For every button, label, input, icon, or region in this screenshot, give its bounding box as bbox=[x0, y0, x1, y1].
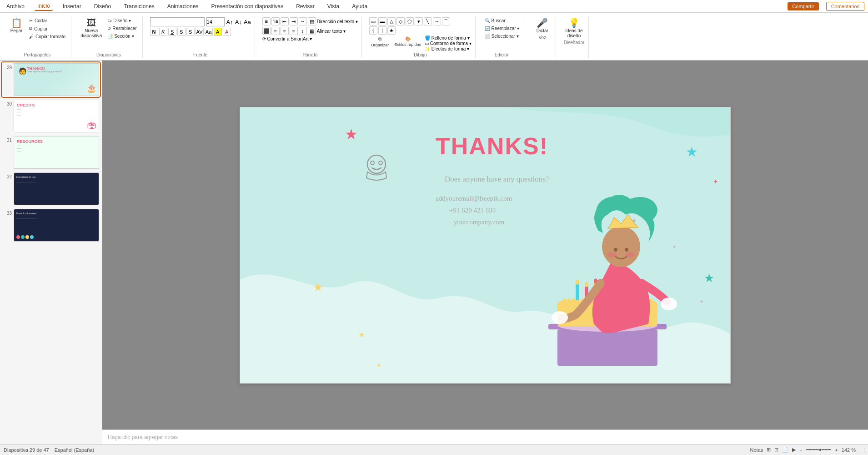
shape-more[interactable]: ▾ bbox=[415, 17, 423, 25]
shape-star[interactable]: ★ bbox=[387, 26, 396, 35]
font-color-button[interactable]: A bbox=[223, 28, 231, 36]
menu-archivo[interactable]: Archivo bbox=[4, 2, 27, 10]
strikethrough-button[interactable]: S bbox=[177, 28, 186, 36]
zoom-out-button[interactable]: − bbox=[799, 447, 802, 453]
notes-bar[interactable]: Haga clic para agregar notas bbox=[102, 430, 868, 444]
align-right-button[interactable]: ≡ bbox=[281, 27, 289, 35]
slide-thumb-32[interactable]: 32 Instructions for use ________________… bbox=[2, 172, 100, 206]
share-button[interactable]: Compartir bbox=[788, 2, 818, 10]
left-to-right-button[interactable]: ↔ bbox=[299, 17, 307, 25]
shadow-button[interactable]: S bbox=[186, 28, 195, 36]
slide-question: Does anyone have any questions? bbox=[445, 175, 549, 184]
numbering-button[interactable]: 1≡ bbox=[271, 17, 280, 25]
outline-button[interactable]: ▭ Contorno de forma ▾ bbox=[425, 41, 472, 46]
shape-pentagon[interactable]: ⬠ bbox=[406, 17, 414, 25]
copy-button[interactable]: ⧉ Copiar bbox=[27, 25, 67, 32]
copy-format-button[interactable]: 🖌 Copiar formato bbox=[27, 33, 67, 40]
svg-point-22 bbox=[602, 226, 640, 267]
increase-indent-button[interactable]: ⇥ bbox=[290, 17, 298, 25]
section-button[interactable]: 📑 Sección ▾ bbox=[105, 33, 138, 40]
slide-thumb-33[interactable]: 33 Fonts & colors used _________________… bbox=[2, 208, 100, 243]
fill-button[interactable]: 🪣 Relleno de forma ▾ bbox=[425, 35, 472, 40]
decrease-font-button[interactable]: A↓ bbox=[235, 19, 242, 25]
font-family-input[interactable] bbox=[150, 17, 205, 26]
slide-sorter-button[interactable]: ⊡ bbox=[774, 447, 778, 453]
slide-thumb-30[interactable]: 30 CREDITS ____________ 🏟 bbox=[2, 99, 100, 133]
design-ideas-button[interactable]: 💡 Ideas dediseño bbox=[563, 17, 584, 39]
menu-revisar[interactable]: Revisar bbox=[293, 2, 317, 10]
effects-button[interactable]: ✨ Efectos de forma ▾ bbox=[425, 46, 472, 51]
menu-ayuda[interactable]: Ayuda bbox=[349, 2, 370, 10]
justify-button[interactable]: ≡ bbox=[290, 27, 298, 35]
menu-insertar[interactable]: Insertar bbox=[60, 2, 84, 10]
shape-bracket[interactable]: [ bbox=[378, 26, 386, 35]
shape-curve[interactable]: ⌒ bbox=[442, 17, 450, 25]
dictate-button[interactable]: 🎤 Dictar bbox=[533, 17, 552, 34]
menu-diseno[interactable]: Diseño bbox=[91, 2, 114, 10]
text-direction-button[interactable]: Dirección del texto ▾ bbox=[317, 19, 358, 24]
align-text-button[interactable]: Alinear texto ▾ bbox=[317, 29, 346, 34]
columns-button[interactable]: ▤ bbox=[308, 17, 316, 25]
slideshow-button[interactable]: ▶ bbox=[792, 447, 796, 453]
font-size-input[interactable] bbox=[206, 17, 225, 26]
decrease-indent-button[interactable]: ⇤ bbox=[281, 17, 289, 25]
smartart-button[interactable]: ⟳ Convertir a SmartArt ▾ bbox=[262, 36, 312, 41]
reading-view-button[interactable]: 📄 bbox=[782, 447, 788, 453]
shape-brace[interactable]: { bbox=[369, 26, 377, 35]
cut-button[interactable]: ✂ Cortar bbox=[27, 17, 67, 24]
menu-animaciones[interactable]: Animaciones bbox=[165, 2, 201, 10]
search-button[interactable]: 🔍 Buscar bbox=[483, 17, 507, 24]
paste-button[interactable]: 📋 Pegar bbox=[7, 17, 25, 34]
fit-slide-button[interactable]: ⛶ bbox=[859, 447, 864, 453]
normal-view-button[interactable]: ⊞ bbox=[767, 447, 771, 453]
svg-point-3 bbox=[379, 161, 382, 165]
star-teal-right: ★ bbox=[686, 144, 698, 160]
comments-button[interactable]: Comentarios bbox=[826, 2, 864, 11]
shape-diamond[interactable]: ◇ bbox=[396, 17, 405, 25]
svg-rect-8 bbox=[576, 283, 579, 300]
layout-button[interactable]: 🗂 Diseño ▾ bbox=[105, 17, 138, 24]
notes-view-button[interactable]: Notas bbox=[750, 447, 763, 453]
shape-rect[interactable]: ▭ bbox=[369, 17, 377, 25]
slide-thumb-31[interactable]: 31 RESOURCES ____________ bbox=[2, 135, 100, 170]
select-button[interactable]: ⬜ Seleccionar ▾ bbox=[483, 33, 521, 40]
zoom-level: 142 % bbox=[842, 447, 856, 453]
align-left-button[interactable]: ⬛ bbox=[262, 27, 271, 35]
svg-point-26 bbox=[626, 252, 635, 258]
slide-canvas[interactable]: ★ ★ ★ ★ ✦ ✦ ✦ ★ ★ ✦ bbox=[240, 107, 731, 384]
shape-line[interactable]: ╲ bbox=[424, 17, 432, 25]
organizar-button[interactable]: ⧉Organizar bbox=[369, 35, 391, 51]
menu-inicio[interactable]: Inicio bbox=[35, 2, 53, 11]
highlight-button[interactable]: A bbox=[214, 28, 222, 36]
char-spacing-button[interactable]: AV bbox=[196, 28, 204, 36]
shape-rect2[interactable]: ▬ bbox=[378, 17, 386, 25]
columns2-button[interactable]: ▦ bbox=[308, 27, 316, 35]
zoom-slider[interactable]: ━━━━●━━━ bbox=[806, 447, 832, 453]
menu-transiciones[interactable]: Transiciones bbox=[121, 2, 157, 10]
slide-thumb-29[interactable]: 29 THANKS! Does anyone have any question… bbox=[2, 62, 100, 97]
italic-button[interactable]: K bbox=[159, 28, 167, 36]
align-center-button[interactable]: ≡ bbox=[271, 27, 280, 35]
new-slide-button[interactable]: 🖼 Nuevadiapositiva bbox=[79, 17, 104, 39]
replace-button[interactable]: 🔄 Reemplazar ▾ bbox=[483, 25, 521, 32]
increase-font-button[interactable]: A↑ bbox=[226, 19, 233, 25]
reset-button[interactable]: ↺ Restablecer bbox=[105, 25, 138, 32]
zoom-in-button[interactable]: + bbox=[835, 447, 838, 453]
estilos-button[interactable]: 🎨Estilos rápidos bbox=[392, 35, 423, 51]
bullets-button[interactable]: ≡ bbox=[262, 17, 271, 25]
change-case-button[interactable]: Aa bbox=[205, 28, 213, 36]
shape-arrow[interactable]: → bbox=[433, 17, 441, 25]
slide-panel[interactable]: 29 THANKS! Does anyone have any question… bbox=[0, 61, 102, 444]
clear-format-button[interactable]: Aa bbox=[244, 19, 251, 25]
slide-title: THANKS! bbox=[436, 132, 548, 160]
menu-presentacion[interactable]: Presentación con diapositivas bbox=[208, 2, 286, 10]
group-fuente: A↑ A↓ Aa N K S S S AV Aa A A Fuente bbox=[146, 16, 255, 58]
group-voz: 🎤 Dictar Voz bbox=[529, 16, 556, 58]
shape-triangle[interactable]: △ bbox=[387, 17, 396, 25]
menu-vista[interactable]: Vista bbox=[325, 2, 342, 10]
bold-button[interactable]: N bbox=[150, 28, 158, 36]
svg-point-2 bbox=[371, 161, 374, 165]
underline-button[interactable]: S bbox=[168, 28, 176, 36]
svg-point-16 bbox=[585, 282, 588, 287]
line-spacing-button[interactable]: ↕ bbox=[299, 27, 307, 35]
